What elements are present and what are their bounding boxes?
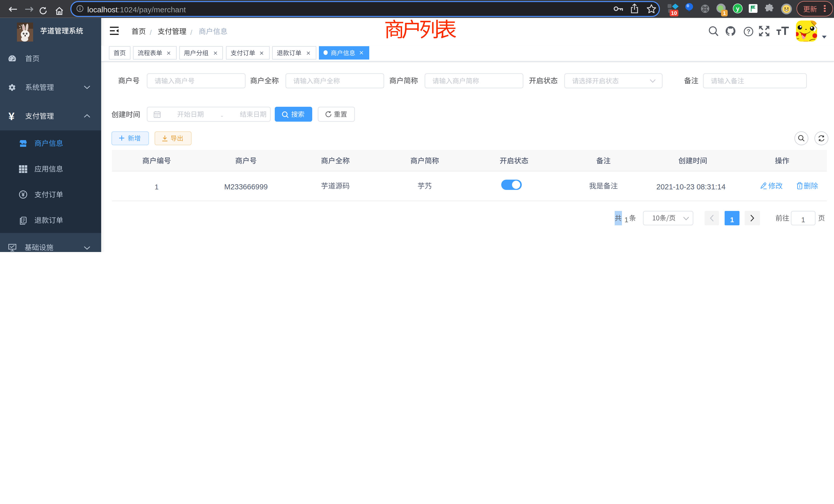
svg-text:10: 10 <box>671 10 677 16</box>
svg-text:y: y <box>736 5 740 12</box>
svg-text:1: 1 <box>723 10 726 16</box>
svg-text:?: ? <box>747 28 750 35</box>
